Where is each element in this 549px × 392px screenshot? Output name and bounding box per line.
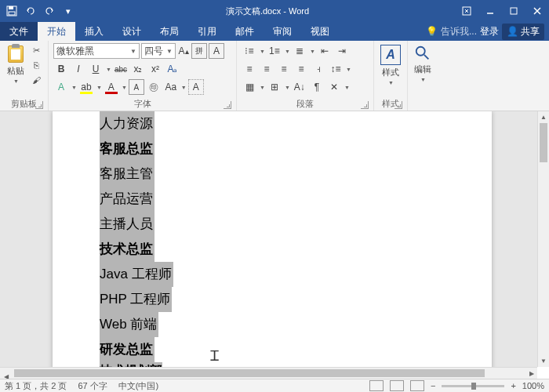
font-launcher[interactable] [224,101,231,109]
language-indicator[interactable]: 中文(中国) [118,380,158,392]
qat-customize[interactable]: ▾ [60,2,77,20]
styles-icon: A [380,45,401,65]
cut-button[interactable]: ✂ [29,43,43,57]
print-layout-button[interactable] [390,380,404,391]
clipboard-launcher[interactable] [35,101,43,109]
zoom-out-button[interactable]: − [431,381,435,390]
doc-line[interactable]: 研发总监 [100,337,155,362]
char-border-button[interactable]: ㊞ [146,79,162,95]
align-left-button[interactable]: ≡ [242,61,257,77]
svg-line-7 [424,55,429,60]
zoom-in-button[interactable]: + [511,381,515,390]
highlight-button[interactable]: ab [78,79,94,95]
web-layout-button[interactable] [410,380,424,391]
shading-button[interactable]: ▦ [242,79,257,95]
styles-button[interactable]: A 样式 ▼ [379,43,402,87]
save-button[interactable] [3,2,20,20]
tab-layout[interactable]: 布局 [151,22,188,41]
doc-line[interactable]: 人力资源 [100,111,155,136]
font-name-value: 微软雅黑 [56,45,94,58]
quick-access-toolbar: ▾ [0,2,80,20]
tab-insert[interactable]: 插入 [75,22,113,41]
group-editing: 编辑 ▼ [408,41,438,111]
increase-indent-button[interactable]: ⇥ [334,43,350,59]
align-center-button[interactable]: ≡ [259,61,274,77]
multilevel-button[interactable]: ≣ [292,43,307,59]
doc-line[interactable]: 产品运营 [100,187,155,212]
font-size-combo[interactable]: 四号▼ [141,43,176,59]
doc-line[interactable]: Web 前端 [100,312,158,337]
paste-button[interactable]: 粘贴 ▼ [5,43,27,85]
phonetic-guide-button[interactable]: 拼 [191,43,207,59]
signin-link[interactable]: 登录 [480,25,499,38]
justify-button[interactable]: ≡ [293,61,309,77]
sort-button[interactable]: A↓ [292,79,307,95]
doc-line[interactable]: 技术总监 [100,237,155,262]
vscroll-thumb[interactable] [540,123,547,162]
undo-button[interactable] [22,2,39,20]
text-effects-button[interactable]: A [53,79,69,95]
superscript-button[interactable]: x² [147,61,163,77]
tab-view[interactable]: 视图 [301,22,339,41]
doc-line[interactable]: 客服总监 [100,136,155,162]
font-color-button[interactable]: A [104,79,119,95]
styles-launcher[interactable] [394,101,402,109]
editing-button[interactable]: 编辑 ▼ [413,43,433,84]
tab-design[interactable]: 设计 [113,22,151,41]
tab-file[interactable]: 文件 [0,22,38,41]
show-marks-button[interactable]: ¶ [309,79,325,95]
enclose-button[interactable]: A [209,43,224,59]
char-shading-button[interactable]: A [129,79,144,95]
doc-line[interactable]: PHP 工程师 [100,287,172,312]
tab-references[interactable]: 引用 [188,22,226,41]
page[interactable]: 人力资源客服总监客服主管产品运营主播人员技术总监Java 工程师PHP 工程师W… [53,111,492,367]
tab-mailings[interactable]: 邮件 [226,22,264,41]
tab-home[interactable]: 开始 [38,22,75,41]
doc-line[interactable]: Java 工程师 [100,262,173,287]
vertical-scrollbar[interactable]: ▲ ▼ [537,111,549,367]
decrease-indent-button[interactable]: ⇤ [317,43,333,59]
paragraph-launcher[interactable] [361,101,369,109]
zoom-slider[interactable] [442,385,504,387]
bold-button[interactable]: B [53,61,69,77]
font-name-combo[interactable]: 微软雅黑▼ [53,43,140,59]
word-count[interactable]: 67 个字 [78,380,107,392]
distribute-button[interactable]: ⫞ [311,61,326,77]
italic-button[interactable]: I [71,61,86,77]
snap-button[interactable]: ✕ [326,79,342,95]
underline-button[interactable]: U [88,61,104,77]
tell-me-search[interactable]: 💡 告诉我... [426,25,477,38]
enclose-char-button[interactable]: A [188,79,204,95]
maximize-button[interactable] [502,0,525,22]
line-spacing-button[interactable]: ↕≡ [328,61,344,77]
format-painter-button[interactable]: 🖌 [29,73,43,87]
ribbon: 粘贴 ▼ ✂ ⎘ 🖌 剪贴板 微软雅黑▼ 四号▼ A▴ 拼 A B I U [0,41,549,111]
bullets-button[interactable]: ⁝≡ [242,43,257,59]
subscript-button[interactable]: x₂ [130,61,146,77]
redo-button[interactable] [41,2,58,20]
page-indicator[interactable]: 第 1 页，共 2 页 [5,380,67,392]
minimize-button[interactable] [478,0,502,22]
zoom-level[interactable]: 100% [522,381,544,390]
ribbon-options-button[interactable] [455,0,478,22]
align-right-button[interactable]: ≡ [276,61,292,77]
borders-button[interactable]: ⊞ [267,79,282,95]
clear-format-button[interactable]: Aₐ [165,61,180,77]
share-button[interactable]: 👤共享 [502,24,544,40]
scroll-right-button[interactable]: ▶ [525,368,537,379]
document-area[interactable]: 人力资源客服总监客服主管产品运营主播人员技术总监Java 工程师PHP 工程师W… [0,111,537,367]
copy-button[interactable]: ⎘ [29,58,43,72]
tab-review[interactable]: 审阅 [264,22,301,41]
strike-button[interactable]: abc [113,61,129,77]
horizontal-scrollbar[interactable]: ◀ ▶ [0,367,537,379]
scroll-down-button[interactable]: ▼ [538,355,549,367]
scroll-up-button[interactable]: ▲ [538,111,549,123]
grow-font-button[interactable]: A▴ [177,43,190,59]
doc-line[interactable]: 主播人员 [100,212,155,237]
close-button[interactable] [525,0,549,22]
read-mode-button[interactable] [369,380,384,391]
doc-line[interactable]: 客服主管 [100,162,155,187]
hscroll-thumb[interactable] [14,369,485,377]
change-case-button[interactable]: Aa [163,79,179,95]
numbering-button[interactable]: 1≡ [267,43,282,59]
